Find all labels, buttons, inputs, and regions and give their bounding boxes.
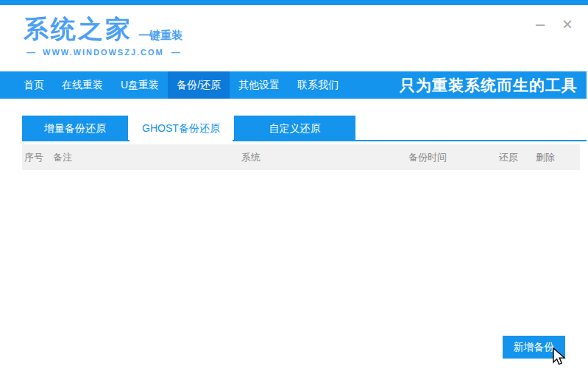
backup-table-header: 序号 备注 系统 备份时间 还原 删除 bbox=[22, 144, 580, 170]
window-top-border bbox=[0, 0, 588, 5]
app-logo: 系统之家 一键重装 — WWW.WINDOWSZJ.COM — bbox=[24, 14, 183, 57]
column-header-restore: 还原 bbox=[499, 144, 518, 170]
backup-table-body-empty bbox=[22, 170, 580, 325]
column-header-index: 序号 bbox=[24, 144, 43, 170]
mouse-cursor-icon bbox=[549, 347, 568, 370]
logo-website: WWW.WINDOWSZJ.COM bbox=[43, 48, 164, 57]
logo-tagline: 一键重装 bbox=[138, 27, 183, 43]
close-button[interactable]: × bbox=[559, 15, 576, 33]
nav-item-other-settings[interactable]: 其他设置 bbox=[230, 71, 288, 99]
dash-right: — bbox=[164, 47, 180, 57]
nav-item-home[interactable]: 首页 bbox=[15, 71, 53, 99]
column-header-note: 备注 bbox=[53, 144, 72, 170]
minimize-button[interactable]: – bbox=[532, 17, 548, 32]
tab-incremental-backup-restore[interactable]: 增量备份还原 bbox=[22, 116, 128, 141]
tab-ghost-backup-restore[interactable]: GHOST备份还原 bbox=[130, 116, 233, 141]
titlebar: 系统之家 一键重装 — WWW.WINDOWSZJ.COM — – × bbox=[0, 5, 587, 71]
tab-custom-restore[interactable]: 自定义还原 bbox=[234, 116, 355, 141]
nav-slogan: 只为重装系统而生的工具 bbox=[400, 75, 587, 96]
column-header-backup-time: 备份时间 bbox=[408, 144, 447, 170]
logo-text: 系统之家 bbox=[24, 14, 132, 43]
dash-left: — bbox=[24, 47, 43, 57]
column-header-system: 系统 bbox=[241, 144, 261, 170]
nav-item-online-reinstall[interactable]: 在线重装 bbox=[53, 71, 112, 99]
nav-item-usb-reinstall[interactable]: U盘重装 bbox=[112, 71, 168, 99]
column-header-delete: 删除 bbox=[536, 144, 555, 170]
nav-item-contact-us[interactable]: 联系我们 bbox=[288, 71, 347, 99]
backup-tabs: 增量备份还原 GHOST备份还原 自定义还原 bbox=[22, 116, 587, 141]
window-controls: – × bbox=[532, 15, 576, 33]
main-nav: 首页 在线重装 U盘重装 备份/还原 其他设置 联系我们 只为重装系统而生的工具 bbox=[0, 71, 587, 99]
nav-item-backup-restore[interactable]: 备份/还原 bbox=[168, 71, 230, 99]
logo-website-row: — WWW.WINDOWSZJ.COM — bbox=[24, 47, 183, 57]
